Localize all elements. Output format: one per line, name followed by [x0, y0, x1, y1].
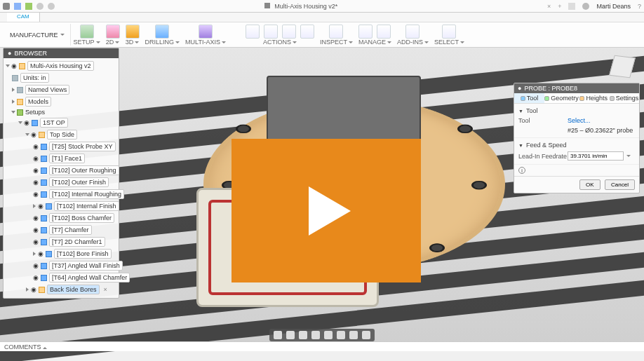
- radio-icon[interactable]: ◉: [33, 191, 39, 198]
- ribbon-setup[interactable]: SETUP: [71, 24, 103, 46]
- ok-button[interactable]: OK: [579, 179, 601, 190]
- lookat-icon[interactable]: [324, 331, 333, 339]
- info-icon[interactable]: i: [518, 167, 525, 174]
- radio-icon[interactable]: ◉: [38, 203, 43, 210]
- zoom-icon[interactable]: [299, 331, 307, 339]
- op-internal-roughing[interactable]: [T102] Internal Roughing: [49, 189, 124, 199]
- op-stock-probe[interactable]: [T25] Stock Probe XY: [49, 142, 116, 151]
- units-node[interactable]: Units: in: [20, 73, 49, 83]
- extensions-icon[interactable]: [568, 3, 575, 10]
- display-icon[interactable]: [337, 331, 345, 339]
- radio-icon[interactable]: ◉: [33, 167, 39, 174]
- radio-icon[interactable]: ◉: [31, 286, 36, 293]
- op-2d-chamfer1[interactable]: [T7] 2D Chamfer1: [49, 237, 105, 247]
- folder-top-side[interactable]: Top Side: [47, 130, 77, 139]
- tab-cam[interactable]: CAM: [7, 13, 40, 22]
- op-internal-finish[interactable]: [T102] Internal Finish: [54, 201, 119, 211]
- redo-icon[interactable]: [48, 3, 55, 10]
- viewcube-icon[interactable]: [609, 55, 636, 79]
- drilling-icon[interactable]: [155, 25, 169, 39]
- new-tab-icon[interactable]: +: [558, 3, 561, 10]
- viewcube[interactable]: [608, 52, 637, 81]
- probe-tab-settings[interactable]: Settings: [609, 93, 639, 103]
- radio-icon[interactable]: ◉: [33, 238, 39, 245]
- radio-icon[interactable]: ◉: [33, 214, 39, 222]
- op-chamfer[interactable]: [T7] Chamfer: [49, 225, 92, 235]
- radio-icon[interactable]: ◉: [33, 262, 39, 269]
- inspect-icon[interactable]: [329, 25, 343, 39]
- op-outer-finish[interactable]: [T102] Outer Finish: [49, 177, 109, 187]
- canvas-viewport[interactable]: ● BROWSER ◉Multi-Axis Housing v2 Units: …: [0, 48, 644, 351]
- save-icon[interactable]: [25, 3, 32, 10]
- close-doc-icon[interactable]: ×: [547, 3, 551, 10]
- setups-node[interactable]: Setups: [25, 109, 45, 116]
- op-bore-finish[interactable]: [T102] Bore Finish: [54, 249, 112, 259]
- radio-icon[interactable]: ◉: [24, 119, 29, 126]
- ribbon-drilling[interactable]: DRILLING: [142, 24, 183, 46]
- ribbon-manage[interactable]: MANAGE: [356, 24, 394, 46]
- file-icon[interactable]: [14, 3, 21, 10]
- help-icon[interactable]: ?: [638, 3, 641, 10]
- viewport-icon[interactable]: [362, 331, 370, 339]
- root-component[interactable]: Multi-Axis Housing v2: [27, 61, 94, 71]
- ribbon-inspect[interactable]: INSPECT: [317, 24, 356, 46]
- folder-back-side-bores[interactable]: Back Side Bores: [47, 285, 100, 294]
- ribbon-addins[interactable]: ADD-INS: [394, 24, 431, 46]
- postprocess-icon[interactable]: [282, 25, 296, 39]
- video-play-overlay[interactable]: [232, 139, 421, 282]
- models-node[interactable]: Models: [25, 97, 51, 107]
- user-name[interactable]: Marti Deans: [596, 3, 631, 10]
- ribbon-3d[interactable]: 3D: [123, 24, 142, 46]
- multiaxis-icon[interactable]: [199, 25, 213, 39]
- probe-tab-geometry[interactable]: Geometry: [544, 93, 579, 103]
- app-menu-icon[interactable]: [3, 3, 10, 10]
- radio-icon[interactable]: ◉: [31, 131, 36, 138]
- undo-icon[interactable]: [36, 3, 43, 10]
- 3d-icon[interactable]: [126, 25, 140, 39]
- grid-icon[interactable]: [349, 331, 358, 339]
- orbit-icon[interactable]: [274, 331, 282, 339]
- radio-icon[interactable]: ◉: [38, 250, 43, 257]
- tool-select-link[interactable]: Select...: [568, 117, 635, 124]
- bolt-icon: [471, 181, 487, 190]
- pan-icon[interactable]: [286, 331, 295, 339]
- op-boss-chamfer[interactable]: [T102] Boss Chamfer: [49, 213, 114, 223]
- cancel-button[interactable]: Cancel: [605, 179, 635, 190]
- probe-tab-tool[interactable]: Tool: [514, 93, 544, 103]
- probe-tab-heights[interactable]: Heights: [579, 93, 609, 103]
- ribbon-2d[interactable]: 2D: [103, 24, 123, 46]
- radio-icon[interactable]: ◉: [33, 274, 39, 281]
- generate-icon[interactable]: [246, 25, 260, 39]
- op-face1[interactable]: [T1] Face1: [49, 154, 85, 163]
- select-icon[interactable]: [442, 25, 456, 39]
- op-icon: [41, 156, 47, 162]
- views-icon: [17, 87, 23, 93]
- fit-icon[interactable]: [311, 331, 320, 339]
- op-angled-wall-chamfer[interactable]: [T64] Angled Wall Chamfer: [49, 273, 130, 282]
- op-outer-roughing[interactable]: [T102] Outer Roughing: [49, 165, 119, 175]
- setup-icon[interactable]: [80, 25, 94, 39]
- manage-icon-2[interactable]: [377, 25, 391, 39]
- ribbon-multiaxis[interactable]: MULTI-AXIS: [182, 24, 229, 46]
- op-angled-wall-finish[interactable]: [T37] Angled Wall Finish: [49, 261, 123, 271]
- radio-icon[interactable]: ◉: [11, 62, 17, 69]
- radio-icon[interactable]: ◉: [33, 143, 39, 150]
- manage-icon-1[interactable]: [358, 25, 373, 39]
- radio-icon[interactable]: ◉: [33, 226, 39, 233]
- setupsheet-icon[interactable]: [300, 25, 314, 39]
- addins-icon[interactable]: [405, 25, 420, 39]
- 2d-icon[interactable]: [106, 25, 120, 39]
- workspace-switcher[interactable]: MANUFACTURE: [4, 24, 71, 46]
- ribbon-actions[interactable]: ACTIONS: [243, 24, 317, 46]
- close-icon[interactable]: ×: [104, 286, 107, 293]
- simulate-icon[interactable]: [264, 25, 278, 39]
- radio-icon[interactable]: ◉: [33, 155, 39, 162]
- ribbon-select[interactable]: SELECT: [431, 24, 467, 46]
- user-avatar-icon[interactable]: [582, 3, 589, 10]
- radio-icon[interactable]: ◉: [33, 179, 39, 186]
- feedrate-input[interactable]: [568, 151, 624, 161]
- setup-1st-op[interactable]: 1ST OP: [40, 118, 68, 128]
- comments-label[interactable]: COMMENTS: [0, 343, 644, 350]
- document-title: Multi-Axis Housing v2*: [55, 3, 547, 10]
- named-views-node[interactable]: Named Views: [25, 85, 69, 95]
